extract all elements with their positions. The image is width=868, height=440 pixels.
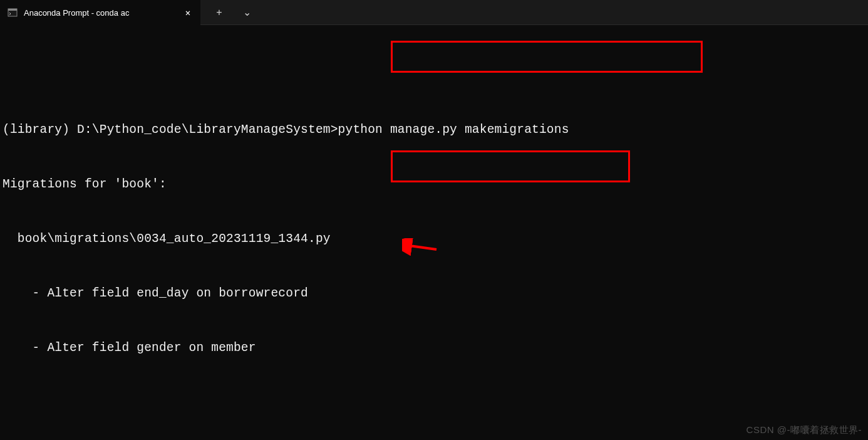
new-tab-button[interactable]: +: [205, 0, 233, 25]
terminal-line: - Alter field end_day on borrowrecord: [3, 285, 865, 303]
terminal-line: [3, 66, 865, 85]
terminal-line: [3, 394, 865, 412]
terminal-icon: [8, 8, 18, 18]
prompt: (library) D:\Python_code\LibraryManageSy…: [3, 123, 338, 137]
terminal-line: book\migrations\0034_auto_20231119_1344.…: [3, 230, 865, 248]
terminal-line: (library) D:\Python_code\LibraryManageSy…: [3, 121, 865, 139]
terminal-tab[interactable]: Anaconda Prompt - conda ac ✕: [0, 0, 200, 25]
svg-rect-1: [8, 9, 17, 11]
terminal-line: - Alter field gender on member: [3, 339, 865, 357]
titlebar-actions: + ⌄: [200, 0, 261, 24]
close-tab-button[interactable]: ✕: [183, 8, 193, 18]
terminal-line: Migrations for 'book':: [3, 175, 865, 194]
terminal-viewport[interactable]: (library) D:\Python_code\LibraryManageSy…: [0, 25, 868, 440]
watermark-text: CSDN @-嘟囔着拯救世界-: [747, 424, 862, 436]
tab-title: Anaconda Prompt - conda ac: [24, 8, 177, 18]
tab-dropdown-button[interactable]: ⌄: [233, 0, 261, 25]
command-text: python manage.py makemigrations: [338, 123, 569, 137]
title-bar: Anaconda Prompt - conda ac ✕ + ⌄: [0, 0, 868, 25]
